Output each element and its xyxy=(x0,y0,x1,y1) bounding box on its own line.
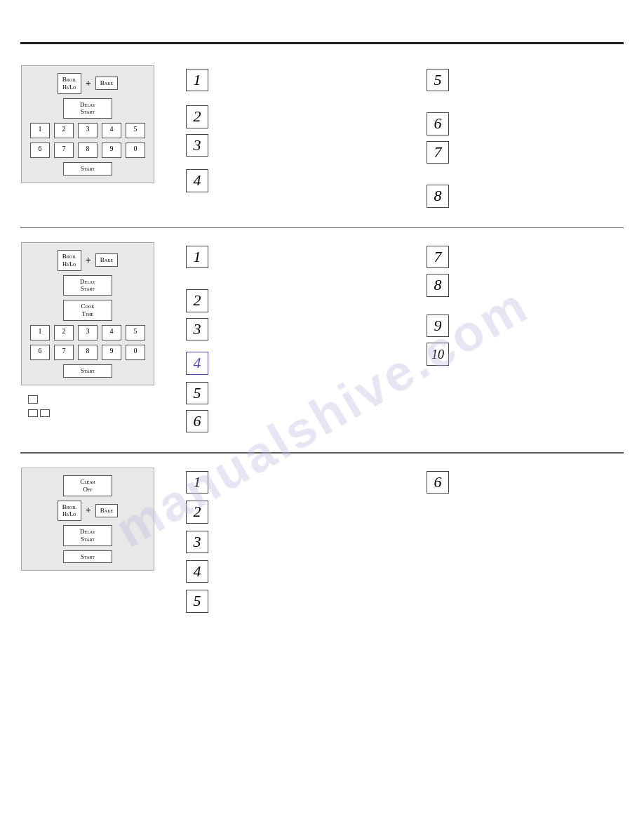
steps-left-1: 1 2 3 4 xyxy=(172,65,427,213)
key-5-a[interactable]: 5 xyxy=(126,123,145,138)
small-diagram-1 xyxy=(28,395,158,404)
bake-key-2[interactable]: Bake xyxy=(95,253,118,267)
step-text-1-8 xyxy=(456,185,623,187)
key-8-b[interactable]: 8 xyxy=(78,345,98,360)
key-1-b[interactable]: 1 xyxy=(30,325,50,340)
plus-sign-2: + xyxy=(86,255,91,266)
step-2-10: 10 xyxy=(427,343,623,365)
key-6-b[interactable]: 6 xyxy=(30,345,50,360)
keypad-row-start-2: Start xyxy=(63,364,112,378)
delay-start-key-1[interactable]: Delay Start xyxy=(63,98,112,119)
bake-key-3[interactable]: Bake xyxy=(95,504,118,517)
step-text-2-2 xyxy=(215,289,427,292)
step-2-9: 9 xyxy=(427,315,623,337)
broil-key-2[interactable]: Broil Hi/Lo xyxy=(58,250,81,271)
step-text-1-2 xyxy=(215,105,427,108)
step-1-7: 7 xyxy=(427,141,623,164)
keypad-panel-1: Broil Hi/Lo + Bake Delay Start 1 2 3 xyxy=(21,65,158,213)
step-num-1-5: 5 xyxy=(427,69,449,91)
key-0-a[interactable]: 0 xyxy=(126,143,145,158)
step-num-1-3: 3 xyxy=(186,134,208,157)
keypad-row-broil-bake-3: Broil Hi/Lo + Bake xyxy=(58,501,118,522)
step-num-2-9: 9 xyxy=(427,315,449,337)
keypad-row-nums-6-0-b: 6 7 8 9 0 xyxy=(30,345,145,360)
keypad-row-broil-bake-1: Broil Hi/Lo + Bake xyxy=(58,73,118,94)
step-1-4: 4 xyxy=(186,169,427,192)
keypad-panel-3: Clear Off Broil Hi/Lo + Bake Delay S xyxy=(21,468,158,618)
start-key-3[interactable]: Start xyxy=(63,550,112,564)
keypad-panel-2: Broil Hi/Lo + Bake Delay Start Cook xyxy=(21,242,158,438)
key-7-b[interactable]: 7 xyxy=(54,345,74,360)
step-2-8: 8 xyxy=(427,274,623,296)
key-2-a[interactable]: 2 xyxy=(54,123,74,138)
steps-right-3: 6 xyxy=(427,468,623,618)
broil-key-1[interactable]: Broil Hi/Lo xyxy=(58,73,81,94)
delay-start-key-3[interactable]: Delay Start xyxy=(63,525,112,546)
step-1-6: 6 xyxy=(427,112,623,135)
keypad-row-nums-6-0-a: 6 7 8 9 0 xyxy=(30,143,145,158)
delay-start-key-2[interactable]: Delay Start xyxy=(63,275,112,296)
key-0-b[interactable]: 0 xyxy=(126,345,145,360)
step-text-2-3 xyxy=(215,318,427,321)
step-2-5: 5 xyxy=(186,382,427,404)
start-key-1[interactable]: Start xyxy=(63,162,112,176)
step-3-3: 3 xyxy=(186,531,427,553)
step-2-4: 4 xyxy=(186,352,427,374)
step-text-2-5 xyxy=(215,382,427,385)
key-3-b[interactable]: 3 xyxy=(78,325,98,340)
key-4-a[interactable]: 4 xyxy=(102,123,121,138)
key-1-a[interactable]: 1 xyxy=(30,123,50,138)
step-num-2-7: 7 xyxy=(427,246,449,268)
steps-left-3: 1 2 3 4 5 xyxy=(172,468,427,618)
keypad-row-nums-1-5-b: 1 2 3 4 5 xyxy=(30,325,145,340)
step-text-1-6 xyxy=(456,112,623,115)
step-num-2-10: 10 xyxy=(427,343,449,365)
step-text-3-6 xyxy=(456,471,623,474)
step-num-2-8: 8 xyxy=(427,274,449,296)
step-text-3-4 xyxy=(215,560,427,563)
key-4-b[interactable]: 4 xyxy=(102,325,121,340)
key-2-b[interactable]: 2 xyxy=(54,325,74,340)
step-3-1: 1 xyxy=(186,471,427,494)
step-2-6: 6 xyxy=(186,410,427,432)
step-text-3-1 xyxy=(215,471,427,474)
keypad-row-clear-off: Clear Off xyxy=(63,475,112,496)
step-text-2-1 xyxy=(215,246,427,249)
step-num-2-3: 3 xyxy=(186,318,208,340)
step-1-3: 3 xyxy=(186,134,427,157)
step-text-2-8 xyxy=(456,274,623,277)
clear-off-key[interactable]: Clear Off xyxy=(63,475,112,496)
broil-key-3[interactable]: Broil Hi/Lo xyxy=(58,501,81,522)
step-num-3-1: 1 xyxy=(186,471,208,494)
start-key-2[interactable]: Start xyxy=(63,364,112,378)
step-num-3-5: 5 xyxy=(186,590,208,612)
keypad-row-start-1: Start xyxy=(63,162,112,176)
key-8-a[interactable]: 8 xyxy=(78,143,98,158)
key-9-b[interactable]: 9 xyxy=(102,345,121,360)
step-text-2-10 xyxy=(456,343,623,345)
step-2-3: 3 xyxy=(186,318,427,340)
step-3-5: 5 xyxy=(186,590,427,612)
plus-sign-3: + xyxy=(86,505,91,516)
step-2-1: 1 xyxy=(186,246,427,268)
plus-sign-1: + xyxy=(86,78,91,89)
step-text-3-3 xyxy=(215,531,427,534)
keypad-box-1: Broil Hi/Lo + Bake Delay Start 1 2 3 xyxy=(21,65,154,183)
cook-time-key[interactable]: Cook Time xyxy=(63,300,112,321)
key-7-a[interactable]: 7 xyxy=(54,143,74,158)
step-num-2-6: 6 xyxy=(186,410,208,432)
step-3-6: 6 xyxy=(427,471,623,494)
key-3-a[interactable]: 3 xyxy=(78,123,98,138)
key-5-b[interactable]: 5 xyxy=(126,325,145,340)
section-1: Broil Hi/Lo + Bake Delay Start 1 2 3 xyxy=(0,44,644,227)
step-1-2: 2 xyxy=(186,105,427,128)
step-num-2-4: 4 xyxy=(186,352,208,374)
key-9-a[interactable]: 9 xyxy=(102,143,121,158)
key-6-a[interactable]: 6 xyxy=(30,143,50,158)
bake-key-1[interactable]: Bake xyxy=(95,77,118,90)
step-text-2-6 xyxy=(215,410,427,413)
step-text-2-9 xyxy=(456,315,623,317)
steps-left-2: 1 2 3 4 5 6 xyxy=(172,242,427,438)
step-num-2-1: 1 xyxy=(186,246,208,268)
step-num-3-3: 3 xyxy=(186,531,208,553)
